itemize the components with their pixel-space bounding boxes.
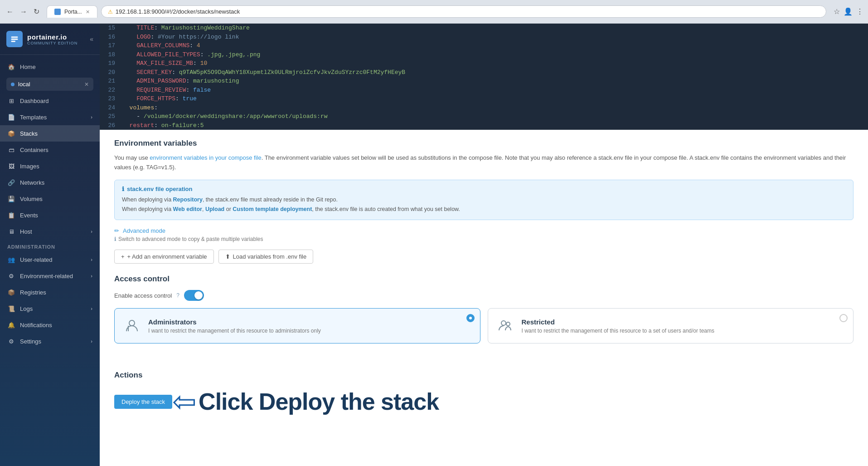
access-control-toggle[interactable] <box>184 290 204 301</box>
tab-bar: Porta... ✕ <box>47 5 97 18</box>
active-tab[interactable]: Porta... ✕ <box>47 5 97 18</box>
env-buttons-row: + + Add an environment variable ⬆ Load v… <box>114 250 853 264</box>
env-related-chevron-icon: › <box>91 273 92 279</box>
networks-label: Networks <box>20 179 44 186</box>
address-bar[interactable]: ⚠ 192.168.1.18:9000/#!/2/docker/stacks/n… <box>101 5 826 18</box>
containers-label: Containers <box>20 147 48 153</box>
admin-section-label: Administration <box>0 240 100 251</box>
restricted-card-desc: I want to restrict the management of thi… <box>522 328 845 334</box>
load-env-file-button[interactable]: ⬆ Load variables from .env file <box>218 250 314 264</box>
sidebar-collapse-button[interactable]: « <box>90 35 93 43</box>
restricted-card-icon <box>496 317 514 335</box>
admin-card-radio <box>466 314 475 322</box>
sidebar-item-logs[interactable]: 📜 Logs › <box>0 300 100 317</box>
env-status-dot <box>11 83 15 86</box>
enable-access-control-label: Enable access control <box>114 292 172 299</box>
registries-icon: 📦 <box>7 288 15 296</box>
sidebar-item-templates[interactable]: 📄 Templates › <box>0 109 100 125</box>
advanced-mode-row: ✏ Advanced mode <box>114 227 853 234</box>
stacks-icon: 📦 <box>7 129 15 137</box>
sidebar-item-volumes[interactable]: 💾 Volumes <box>0 191 100 207</box>
sidebar-home-label: Home <box>20 64 36 70</box>
env-section: local ✕ <box>0 75 100 93</box>
administrators-card[interactable]: Administrators I want to restrict the ma… <box>114 308 480 343</box>
sidebar-item-home[interactable]: 🏠 Home <box>0 59 100 75</box>
events-label: Events <box>20 212 38 219</box>
restricted-card-body: Restricted I want to restrict the manage… <box>522 318 845 334</box>
profile-button[interactable]: 👤 <box>844 7 853 16</box>
sidebar-item-containers[interactable]: 🗃 Containers <box>0 142 100 158</box>
host-chevron-icon: › <box>91 229 92 234</box>
settings-icon: ⚙ <box>7 337 15 345</box>
info-small-icon: ℹ <box>114 236 116 242</box>
code-line-17: 17 GALLERY_COLUMNS: 4 <box>100 41 868 50</box>
sidebar-item-registries[interactable]: 📦 Registries <box>0 284 100 300</box>
sidebar-item-settings[interactable]: ⚙ Settings › <box>0 333 100 349</box>
security-warning-icon: ⚠ <box>108 9 113 15</box>
settings-chevron-icon: › <box>91 338 92 344</box>
logs-chevron-icon: › <box>91 306 92 311</box>
svg-rect-1 <box>11 39 18 40</box>
images-icon: 🖼 <box>7 162 15 170</box>
deploy-row: Deploy the stack ⇦ Click Deploy the stac… <box>114 387 853 416</box>
reload-button[interactable]: ↻ <box>32 5 41 18</box>
sidebar-item-stacks[interactable]: 📦 Stacks <box>0 125 100 142</box>
env-variables-section: Environment variables You may use enviro… <box>100 130 868 363</box>
env-badge[interactable]: local ✕ <box>6 78 93 91</box>
env-close-button[interactable]: ✕ <box>84 81 89 88</box>
admin-shield-icon <box>125 319 139 333</box>
sidebar-item-notifications[interactable]: 🔔 Notifications <box>0 317 100 333</box>
bookmark-button[interactable]: ☆ <box>834 7 840 16</box>
advanced-mode-hint: ℹ Switch to advanced mode to copy & past… <box>114 236 853 242</box>
info-box-body: When deploying via Repository, the stack… <box>122 195 846 215</box>
brand-name: portainer.io <box>27 33 78 41</box>
code-line-22: 22 REQUIRE_REVIEW: false <box>100 86 868 95</box>
sidebar-item-env-related[interactable]: ⚙ Environment-related › <box>0 268 100 284</box>
env-link[interactable]: environment variables in your compose fi… <box>150 154 261 161</box>
back-button[interactable]: ← <box>5 6 15 18</box>
sidebar-item-dashboard[interactable]: ⊞ Dashboard <box>0 93 100 109</box>
restricted-card[interactable]: Restricted I want to restrict the manage… <box>488 308 854 343</box>
forward-button[interactable]: → <box>18 6 29 18</box>
restricted-card-title: Restricted <box>522 318 845 326</box>
menu-button[interactable]: ⋮ <box>856 7 863 16</box>
edit-icon: ✏ <box>114 227 119 234</box>
env-name-label: local <box>18 81 81 88</box>
portainer-svg <box>10 34 19 44</box>
sidebar-item-host[interactable]: 🖥 Host › <box>0 223 100 240</box>
sidebar-item-images[interactable]: 🖼 Images <box>0 158 100 174</box>
url-text: 192.168.1.18:9000/#!/2/docker/stacks/new… <box>116 8 240 15</box>
browser-nav-controls[interactable]: ← → ↻ <box>5 5 41 18</box>
info-circle-icon: ℹ <box>122 186 124 192</box>
code-editor: 15 TITLE: MariushostingWeddingShare 16 L… <box>100 24 868 130</box>
code-line-19: 19 MAX_FILE_SIZE_MB: 10 <box>100 59 868 68</box>
code-line-21: 21 ADMIN_PASSWORD: mariushosting <box>100 77 868 86</box>
portainer-logo-icon <box>6 31 23 47</box>
restricted-card-radio <box>839 314 848 322</box>
actions-title: Actions <box>114 371 853 380</box>
sidebar-item-user-related[interactable]: 👥 User-related › <box>0 251 100 268</box>
templates-icon: 📄 <box>7 113 15 121</box>
templates-label: Templates <box>20 114 47 121</box>
logo: portainer.io COMMUNITY EDITION <box>6 31 78 47</box>
stack-env-info-box: ℹ stack.env file operation When deployin… <box>114 180 853 221</box>
plus-icon: + <box>121 253 125 260</box>
code-line-23: 23 FORCE_HTTPS: true <box>100 94 868 103</box>
admin-card-desc: I want to restrict the management of thi… <box>148 328 472 334</box>
access-cards-container: Administrators I want to restrict the ma… <box>114 308 853 343</box>
advanced-mode-link[interactable]: Advanced mode <box>123 227 165 234</box>
notifications-label: Notifications <box>20 322 52 329</box>
templates-chevron-icon: › <box>91 114 92 120</box>
env-section-title: Environment variables <box>114 139 853 148</box>
sidebar-item-networks[interactable]: 🔗 Networks <box>0 174 100 191</box>
add-env-variable-button[interactable]: + + Add an environment variable <box>114 250 214 264</box>
svg-rect-0 <box>11 37 18 38</box>
tab-title: Porta... <box>64 9 82 15</box>
sidebar-item-events[interactable]: 📋 Events <box>0 207 100 223</box>
advanced-hint-row: ℹ Switch to advanced mode to copy & past… <box>114 236 853 242</box>
containers-icon: 🗃 <box>7 146 15 154</box>
volumes-label: Volumes <box>20 196 43 202</box>
tab-close-button[interactable]: ✕ <box>86 9 90 15</box>
deploy-stack-button[interactable]: Deploy the stack <box>114 395 172 409</box>
edition-label: COMMUNITY EDITION <box>27 41 78 45</box>
